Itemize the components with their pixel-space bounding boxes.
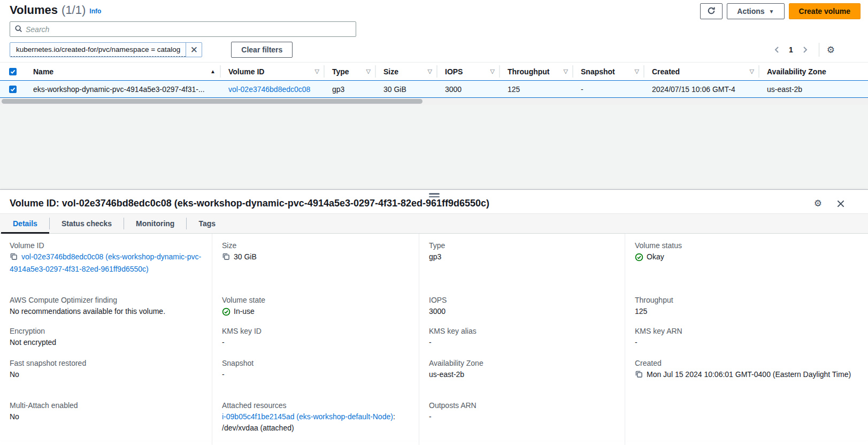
- page-title-text: Volumes: [10, 3, 58, 17]
- column-header-throughput[interactable]: Throughput ▽: [500, 63, 573, 80]
- header-checkbox-cell: [0, 68, 26, 75]
- column-header-created[interactable]: Created ▽: [644, 63, 759, 80]
- sort-icon: ▽: [315, 68, 319, 75]
- column-header-iops[interactable]: IOPS ▽: [437, 63, 500, 80]
- cell-created: 2024/07/15 10:06 GMT-4: [644, 85, 759, 94]
- sort-icon: ▽: [490, 68, 495, 75]
- field-availability-zone: Availability Zone us-east-2b: [429, 359, 616, 401]
- status-ok-icon: [635, 253, 643, 262]
- attached-instance-link[interactable]: i-09b05c4f1be2145ad (eks-workshop-defaul…: [222, 412, 393, 421]
- status-ok-icon: [222, 307, 231, 316]
- table-preferences-icon[interactable]: ⚙: [827, 45, 835, 55]
- split-panel: Volume ID: vol-02e3746bd8edc0c08 (eks-wo…: [0, 189, 868, 441]
- panel-preferences-icon[interactable]: ⚙: [814, 199, 822, 208]
- horizontal-scrollbar[interactable]: [0, 98, 868, 105]
- search-icon: [14, 25, 22, 34]
- field-kms-key-arn: KMS key ARN -: [635, 327, 859, 359]
- field-compute-optimizer: AWS Compute Optimizer finding No recomme…: [10, 296, 203, 327]
- copy-icon[interactable]: [10, 252, 18, 264]
- cell-size: 30 GiB: [376, 85, 437, 94]
- panel-tabs: Details Status checks Monitoring Tags: [0, 213, 868, 234]
- column-header-size[interactable]: Size ▽: [376, 63, 437, 80]
- page-title: Volumes (1/1) Info: [10, 3, 101, 17]
- page-background-gap: [0, 105, 868, 189]
- copy-icon[interactable]: [635, 370, 643, 381]
- cell-volume-id: vol-02e3746bd8edc0c08: [221, 85, 325, 94]
- tab-tags[interactable]: Tags: [187, 214, 227, 233]
- panel-title: Volume ID: vol-02e3746bd8edc0c08 (eks-wo…: [10, 198, 489, 209]
- tab-details[interactable]: Details: [1, 214, 49, 233]
- cell-type: gp3: [325, 85, 376, 94]
- chevron-down-icon: ▼: [769, 9, 774, 14]
- refresh-icon: [707, 6, 716, 17]
- pagination-divider: [819, 43, 819, 57]
- create-volume-button[interactable]: Create volume: [789, 3, 861, 19]
- column-header-volume-id[interactable]: Volume ID ▽: [221, 63, 325, 80]
- sort-ascending-icon: ▲: [210, 68, 216, 74]
- clear-filters-button[interactable]: Clear filters: [231, 42, 293, 58]
- row-checkbox[interactable]: [9, 86, 17, 93]
- field-kms-key-alias: KMS key alias -: [429, 327, 616, 359]
- details-content: Volume ID vol-02e3746bd8edc0c08 (eks-wor…: [0, 234, 868, 445]
- refresh-button[interactable]: [700, 3, 723, 19]
- actions-button-label: Actions: [737, 7, 764, 16]
- search-row: [0, 19, 868, 37]
- cell-availability-zone: us-east-2b: [759, 85, 868, 94]
- table-header-row: Name ▲ Volume ID ▽ Type ▽ Size ▽ IOPS ▽ …: [0, 63, 868, 80]
- field-size: Size 30 GiB: [222, 241, 410, 296]
- panel-close-icon[interactable]: [836, 199, 846, 209]
- copy-icon[interactable]: [222, 252, 230, 264]
- page-header: Volumes (1/1) Info Actions ▼ Create volu…: [0, 0, 868, 19]
- sort-icon: ▽: [750, 68, 754, 75]
- column-header-type[interactable]: Type ▽: [325, 63, 376, 80]
- sort-icon: ▽: [366, 68, 371, 75]
- cell-snapshot: -: [573, 85, 644, 94]
- field-attached-resources: Attached resources i-09b05c4f1be2145ad (…: [222, 401, 410, 445]
- field-created: Created Mon Jul 15 2024 10:06:01 GMT-040…: [635, 359, 859, 401]
- column-header-name[interactable]: Name ▲: [26, 63, 221, 80]
- volumes-table: Name ▲ Volume ID ▽ Type ▽ Size ▽ IOPS ▽ …: [0, 62, 868, 105]
- search-input[interactable]: [26, 25, 351, 34]
- select-all-checkbox[interactable]: [9, 68, 17, 75]
- scrollbar-thumb[interactable]: [2, 99, 423, 104]
- volume-id-detail-link[interactable]: vol-02e3746bd8edc0c08 (eks-workshop-dyna…: [10, 252, 201, 273]
- sort-icon: ▽: [428, 68, 432, 75]
- column-header-availability-zone[interactable]: Availability Zone: [759, 63, 868, 80]
- filter-token[interactable]: kubernetes.io/created-for/pvc/namespace …: [10, 42, 202, 57]
- filter-token-text[interactable]: kubernetes.io/created-for/pvc/namespace …: [11, 43, 186, 57]
- volume-id-link[interactable]: vol-02e3746bd8edc0c08: [228, 85, 310, 94]
- pagination: 1 ⚙: [771, 43, 858, 57]
- previous-page-button[interactable]: [771, 43, 783, 56]
- sort-icon: ▽: [564, 68, 568, 75]
- field-encryption: Encryption Not encrypted: [10, 327, 203, 359]
- field-volume-state: Volume state In-use: [222, 296, 410, 327]
- toolbar-actions: Actions ▼ Create volume: [700, 3, 861, 19]
- filter-row: kubernetes.io/created-for/pvc/namespace …: [0, 37, 868, 62]
- field-volume-status: Volume status Okay: [635, 241, 859, 296]
- resource-count: (1/1): [62, 3, 86, 17]
- field-fast-snapshot-restored: Fast snapshot restored No: [10, 359, 203, 401]
- field-iops: IOPS 3000: [429, 296, 616, 327]
- cell-throughput: 125: [500, 85, 573, 94]
- current-page[interactable]: 1: [786, 45, 796, 54]
- tab-status-checks[interactable]: Status checks: [50, 214, 124, 233]
- row-checkbox-cell: [0, 86, 26, 93]
- column-header-snapshot[interactable]: Snapshot ▽: [573, 63, 644, 80]
- info-link[interactable]: Info: [89, 7, 101, 15]
- panel-drag-handle[interactable]: [426, 192, 443, 198]
- field-kms-key-id: KMS key ID -: [222, 327, 410, 359]
- tab-monitoring[interactable]: Monitoring: [124, 214, 186, 233]
- sort-icon: ▽: [635, 68, 639, 75]
- field-outposts-arn: Outposts ARN -: [429, 401, 616, 445]
- cell-iops: 3000: [437, 85, 500, 94]
- actions-button[interactable]: Actions ▼: [727, 3, 784, 19]
- field-volume-id: Volume ID vol-02e3746bd8edc0c08 (eks-wor…: [10, 241, 203, 296]
- remove-filter-icon[interactable]: ✕: [186, 43, 202, 57]
- next-page-button[interactable]: [798, 43, 811, 56]
- cell-name: eks-workshop-dynamic-pvc-4914a5e3-0297-4…: [26, 85, 221, 94]
- search-input-wrapper: [10, 21, 356, 37]
- field-multi-attach: Multi-Attach enabled No: [10, 401, 203, 445]
- field-snapshot: Snapshot -: [222, 359, 410, 401]
- table-row[interactable]: eks-workshop-dynamic-pvc-4914a5e3-0297-4…: [0, 80, 868, 98]
- field-type: Type gp3: [429, 241, 616, 296]
